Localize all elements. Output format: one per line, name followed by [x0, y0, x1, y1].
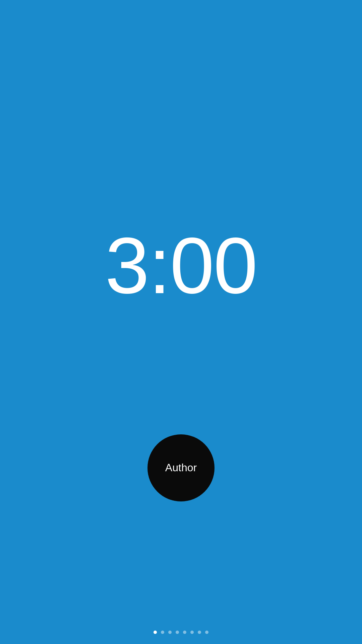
pagination-dot-7[interactable]	[198, 631, 201, 634]
pagination-dot-4[interactable]	[176, 631, 179, 634]
pagination-dot-5[interactable]	[183, 631, 186, 634]
timer-display: 3:00	[105, 226, 257, 306]
author-label: Author	[165, 462, 197, 474]
pagination-dot-8[interactable]	[205, 631, 208, 634]
main-content: 3:00 Author	[0, 0, 362, 631]
pagination-dot-1[interactable]	[154, 631, 157, 634]
pagination-dot-2[interactable]	[161, 631, 164, 634]
pagination-dot-3[interactable]	[168, 631, 172, 634]
author-button[interactable]: Author	[147, 434, 215, 501]
pagination-dot-6[interactable]	[190, 631, 194, 634]
pagination-dots	[0, 631, 362, 644]
